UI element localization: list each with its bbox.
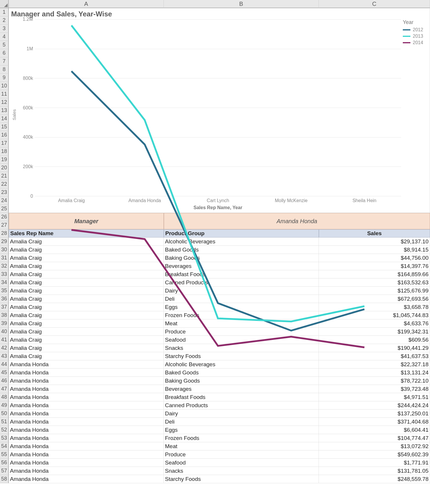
- table-cell-sales[interactable]: $39,723.48: [319, 385, 430, 393]
- row-header[interactable]: 16: [0, 131, 9, 139]
- table-cell-sales[interactable]: $371,404.68: [319, 418, 430, 426]
- table-cell-group[interactable]: Beverages: [164, 385, 319, 393]
- row-header[interactable]: 40: [0, 328, 9, 336]
- row-header[interactable]: 33: [0, 270, 9, 278]
- row-header[interactable]: 54: [0, 442, 9, 450]
- table-cell-group[interactable]: Dairy: [164, 410, 319, 418]
- row-header[interactable]: 17: [0, 139, 9, 147]
- row-header[interactable]: 58: [0, 475, 9, 483]
- row-header[interactable]: 25: [0, 205, 9, 213]
- row-header[interactable]: 53: [0, 434, 9, 442]
- row-header[interactable]: 20: [0, 164, 9, 172]
- table-cell-group[interactable]: Produce: [164, 450, 319, 459]
- row-header[interactable]: 26: [0, 213, 9, 221]
- row-header[interactable]: 23: [0, 188, 9, 197]
- row-header[interactable]: 38: [0, 311, 9, 319]
- table-cell-group[interactable]: Eggs: [164, 426, 319, 434]
- column-header[interactable]: A: [9, 0, 164, 8]
- table-cell-group[interactable]: Starchy Foods: [164, 475, 319, 483]
- row-header[interactable]: 36: [0, 295, 9, 303]
- table-cell-group[interactable]: Seafood: [164, 459, 319, 467]
- row-header[interactable]: 31: [0, 254, 9, 262]
- table-cell-sales[interactable]: $13,072.92: [319, 442, 430, 450]
- row-header[interactable]: 15: [0, 123, 9, 131]
- row-header[interactable]: 41: [0, 336, 9, 344]
- row-header[interactable]: 42: [0, 344, 9, 352]
- row-header[interactable]: 14: [0, 115, 9, 123]
- row-header[interactable]: 32: [0, 262, 9, 270]
- table-cell-rep[interactable]: Amanda Honda: [9, 426, 164, 434]
- table-cell-sales[interactable]: $6,604.41: [319, 426, 430, 434]
- column-header[interactable]: C: [319, 0, 430, 8]
- row-header[interactable]: 7: [0, 57, 9, 66]
- row-header[interactable]: 8: [0, 66, 9, 74]
- row-header[interactable]: 51: [0, 418, 9, 426]
- table-cell-rep[interactable]: Amanda Honda: [9, 401, 164, 410]
- table-cell-sales[interactable]: $104,774.47: [319, 434, 430, 442]
- row-header[interactable]: 22: [0, 180, 9, 188]
- table-cell-sales[interactable]: $549,602.39: [319, 450, 430, 459]
- table-cell-rep[interactable]: Amanda Honda: [9, 418, 164, 426]
- table-cell-rep[interactable]: Amanda Honda: [9, 450, 164, 459]
- table-cell-group[interactable]: Breakfast Foods: [164, 393, 319, 401]
- row-header[interactable]: 9: [0, 74, 9, 82]
- table-cell-sales[interactable]: $131,781.05: [319, 467, 430, 475]
- spreadsheet-grid[interactable]: ABC1234567891011121314151617181920212223…: [0, 0, 430, 483]
- row-header[interactable]: 46: [0, 377, 9, 385]
- table-cell-sales[interactable]: $1,771.91: [319, 459, 430, 467]
- row-header[interactable]: 4: [0, 33, 9, 41]
- chart-container[interactable]: Manager and Sales, Year-WiseSales0200k40…: [9, 8, 430, 213]
- row-header[interactable]: 3: [0, 25, 9, 33]
- table-cell-group[interactable]: Snacks: [164, 467, 319, 475]
- table-cell-rep[interactable]: Amanda Honda: [9, 459, 164, 467]
- row-header[interactable]: 11: [0, 90, 9, 98]
- row-header[interactable]: 10: [0, 82, 9, 90]
- row-header[interactable]: 52: [0, 426, 9, 434]
- row-header[interactable]: 29: [0, 238, 9, 246]
- table-cell-rep[interactable]: Amanda Honda: [9, 393, 164, 401]
- table-cell-sales[interactable]: $248,559.78: [319, 475, 430, 483]
- table-cell-rep[interactable]: Amanda Honda: [9, 434, 164, 442]
- row-header[interactable]: 34: [0, 278, 9, 287]
- table-cell-group[interactable]: Meat: [164, 442, 319, 450]
- row-header[interactable]: 35: [0, 287, 9, 295]
- table-cell-group[interactable]: Canned Products: [164, 401, 319, 410]
- table-cell-group[interactable]: Frozen Foods: [164, 434, 319, 442]
- table-cell-sales[interactable]: $137,250.01: [319, 410, 430, 418]
- select-all-corner[interactable]: [0, 0, 9, 8]
- row-header[interactable]: 55: [0, 450, 9, 459]
- table-cell-rep[interactable]: Amanda Honda: [9, 410, 164, 418]
- row-header[interactable]: 48: [0, 393, 9, 401]
- table-cell-group[interactable]: Deli: [164, 418, 319, 426]
- row-header[interactable]: 5: [0, 41, 9, 49]
- row-header[interactable]: 43: [0, 352, 9, 360]
- row-header[interactable]: 21: [0, 172, 9, 180]
- table-cell-rep[interactable]: Amanda Honda: [9, 385, 164, 393]
- row-header[interactable]: 28: [0, 229, 9, 238]
- row-header[interactable]: 47: [0, 385, 9, 393]
- row-header[interactable]: 6: [0, 49, 9, 57]
- row-header[interactable]: 18: [0, 147, 9, 156]
- row-header[interactable]: 49: [0, 401, 9, 410]
- row-header[interactable]: 12: [0, 98, 9, 106]
- row-header[interactable]: 27: [0, 221, 9, 229]
- row-header[interactable]: 19: [0, 156, 9, 164]
- row-header[interactable]: 13: [0, 106, 9, 115]
- table-cell-sales[interactable]: $244,424.24: [319, 401, 430, 410]
- row-header[interactable]: 56: [0, 459, 9, 467]
- row-header[interactable]: 30: [0, 246, 9, 254]
- row-header[interactable]: 50: [0, 410, 9, 418]
- row-header[interactable]: 45: [0, 369, 9, 377]
- row-header[interactable]: 1: [0, 8, 9, 16]
- row-header[interactable]: 44: [0, 360, 9, 369]
- row-header[interactable]: 57: [0, 467, 9, 475]
- column-header[interactable]: B: [164, 0, 319, 8]
- row-header[interactable]: 2: [0, 16, 9, 25]
- table-cell-rep[interactable]: Amanda Honda: [9, 467, 164, 475]
- table-cell-rep[interactable]: Amanda Honda: [9, 475, 164, 483]
- row-header[interactable]: 37: [0, 303, 9, 311]
- row-header[interactable]: 39: [0, 319, 9, 328]
- table-cell-sales[interactable]: $4,971.51: [319, 393, 430, 401]
- row-header[interactable]: 24: [0, 197, 9, 205]
- table-cell-rep[interactable]: Amanda Honda: [9, 442, 164, 450]
